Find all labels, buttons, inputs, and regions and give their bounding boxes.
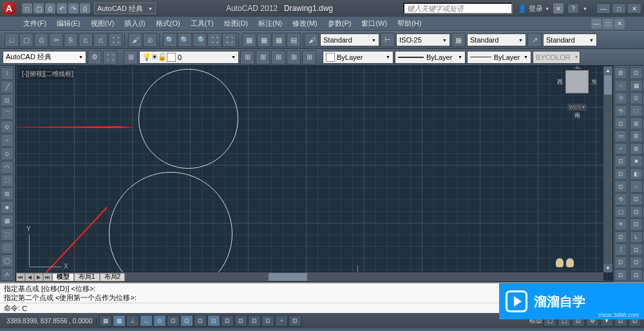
- tool-circle[interactable]: ⊙: [1, 147, 14, 160]
- close-button[interactable]: ✕: [627, 3, 641, 14]
- tool-erase[interactable]: ⊞: [614, 67, 627, 79]
- menu-dimension[interactable]: 标注(N): [254, 17, 286, 30]
- menu-tools[interactable]: 工具(T): [187, 17, 218, 30]
- menu-format[interactable]: 格式(O): [152, 17, 184, 30]
- layer-state[interactable]: ⊞: [271, 50, 285, 64]
- tool-text[interactable]: A: [1, 268, 14, 281]
- sb-polar[interactable]: ∟: [140, 315, 153, 326]
- dim-style-dropdown[interactable]: ISO-25: [396, 33, 450, 46]
- sb-tpy[interactable]: ⊡: [234, 315, 247, 326]
- text-style-dropdown[interactable]: Standard: [320, 33, 379, 46]
- tb-bucket[interactable]: ⎚: [143, 33, 157, 47]
- lineweight-dropdown[interactable]: ByLayer: [467, 51, 531, 64]
- sb-3dosnap[interactable]: ⊡: [167, 315, 180, 326]
- sb-dyn[interactable]: ⊡: [207, 315, 220, 326]
- vertical-scrollbar[interactable]: ▲ ▼: [603, 66, 612, 272]
- viewcube-face[interactable]: 西 东: [565, 70, 589, 93]
- layer-prev[interactable]: ⊞: [256, 50, 270, 64]
- tb-table1[interactable]: ▦: [242, 33, 256, 47]
- tool-b15[interactable]: ⊡: [630, 256, 643, 269]
- tb-zoom-rt[interactable]: 🔍: [163, 33, 177, 47]
- tool-offset[interactable]: ⟲: [614, 105, 627, 117]
- menu-window[interactable]: 窗口(W): [357, 17, 391, 30]
- drawing-viewport[interactable]: [-][俯视][二维线框] Y X 北 西 东 南 WCS ▾ ▲ ▼: [15, 66, 613, 282]
- tb-zoom-prev[interactable]: 🔎: [193, 33, 207, 47]
- viewcube[interactable]: 北 西 东 南 WCS ▾: [557, 70, 597, 111]
- sb-am[interactable]: ⊡: [289, 315, 301, 326]
- tool-extra[interactable]: ⊡: [614, 269, 627, 281]
- tb-dim-icon[interactable]: ⊢: [381, 33, 395, 47]
- tb-cut[interactable]: ✂: [49, 33, 63, 47]
- tool-b7[interactable]: ■: [630, 155, 643, 167]
- color-dropdown[interactable]: ByLayer: [323, 51, 393, 64]
- tool-b4[interactable]: ⊞: [630, 117, 643, 129]
- qat-new[interactable]: □: [22, 3, 32, 14]
- viewcube-west[interactable]: 西: [557, 78, 563, 86]
- sb-ortho[interactable]: ⊥: [126, 315, 139, 326]
- help-button[interactable]: ?: [567, 3, 579, 14]
- menu-help[interactable]: 帮助(H): [393, 17, 425, 30]
- sb-lwt[interactable]: ⊡: [221, 315, 234, 326]
- tool-b3[interactable]: ⬚: [630, 105, 643, 117]
- qat-save[interactable]: ⎙: [45, 3, 55, 14]
- exchange-icon[interactable]: ✕: [553, 3, 564, 14]
- tool-b5[interactable]: ⊞: [630, 130, 643, 142]
- layer-iso[interactable]: ⊞: [240, 50, 254, 64]
- sb-qp[interactable]: ⊡: [248, 315, 261, 326]
- tb-table2[interactable]: ▦: [257, 33, 271, 47]
- tool-fillet[interactable]: ⤴: [614, 243, 627, 256]
- menu-insert[interactable]: 插入(I): [120, 17, 149, 30]
- tool-b10[interactable]: ⊡: [630, 193, 643, 205]
- doc-minimize[interactable]: —: [591, 19, 601, 29]
- workspace-combo[interactable]: AutoCAD 经典: [3, 51, 86, 64]
- tool-b14[interactable]: ⊡: [630, 243, 643, 256]
- sb-plus[interactable]: +: [275, 315, 288, 326]
- menu-parametric[interactable]: 参数(P): [324, 17, 355, 30]
- tab-model[interactable]: 模型: [52, 273, 74, 281]
- tb-paste[interactable]: ⎌: [79, 33, 93, 47]
- tool-rotate[interactable]: +: [614, 143, 627, 155]
- tool-region[interactable]: ⬚: [1, 228, 14, 241]
- plotstyle-dropdown[interactable]: BYCOLOR: [533, 51, 580, 64]
- tool-b2[interactable]: ⊙: [630, 92, 643, 104]
- tb-copy[interactable]: ⎘: [64, 33, 78, 47]
- tool-ellipse[interactable]: ⊞: [1, 187, 14, 200]
- tool-polygon[interactable]: ⌒: [1, 107, 14, 120]
- table-style-dropdown[interactable]: Standard: [467, 33, 526, 46]
- tab-nav-first[interactable]: ⏮: [16, 273, 25, 281]
- tool-explode[interactable]: ⊡: [614, 256, 627, 269]
- tb-brush-icon[interactable]: 🖌: [305, 33, 319, 47]
- nav-binocular-icon[interactable]: [556, 258, 574, 269]
- viewport-label[interactable]: [-][俯视][二维线框]: [20, 69, 75, 79]
- tool-b6[interactable]: ⊞: [630, 143, 643, 155]
- tool-b8[interactable]: ◧: [630, 168, 643, 180]
- tb-save[interactable]: ⎙: [34, 33, 48, 47]
- doc-close[interactable]: ✕: [614, 19, 625, 29]
- search-input[interactable]: [403, 3, 513, 14]
- login-button[interactable]: 👤 登录 ▼: [518, 4, 549, 14]
- menu-draw[interactable]: 绘图(D): [220, 17, 252, 30]
- layer-props[interactable]: ⊞: [124, 50, 138, 64]
- tool-b9[interactable]: ○: [630, 180, 643, 193]
- tool-b12[interactable]: ⊡: [630, 218, 643, 231]
- tb-pan[interactable]: ⛶: [207, 33, 222, 47]
- app-logo[interactable]: A: [3, 2, 15, 15]
- viewcube-south[interactable]: 南: [574, 111, 580, 120]
- tool-b0[interactable]: ⊡: [630, 67, 643, 79]
- tb-block[interactable]: ⛶: [108, 33, 122, 47]
- tool-spline[interactable]: ⬚: [1, 175, 14, 187]
- tool-b13[interactable]: L: [630, 231, 643, 243]
- tool-rect[interactable]: ⊙: [1, 120, 14, 133]
- scroll-down-icon[interactable]: ▼: [603, 264, 612, 272]
- drawing-circle-1[interactable]: [138, 69, 238, 169]
- ws-tool[interactable]: ⛶: [103, 50, 117, 64]
- tab-layout1[interactable]: 布局1: [74, 273, 100, 281]
- sb-snap[interactable]: ▦: [99, 315, 112, 326]
- layer-walk[interactable]: ⊞: [302, 50, 316, 64]
- tb-new[interactable]: □: [5, 33, 19, 47]
- doc-restore[interactable]: □: [603, 19, 613, 29]
- menu-edit[interactable]: 编辑(E): [53, 17, 84, 30]
- tool-array[interactable]: ⊡: [614, 117, 627, 129]
- tb-zoom-win[interactable]: 🔍: [178, 33, 192, 47]
- sb-sc[interactable]: ⊡: [261, 315, 274, 326]
